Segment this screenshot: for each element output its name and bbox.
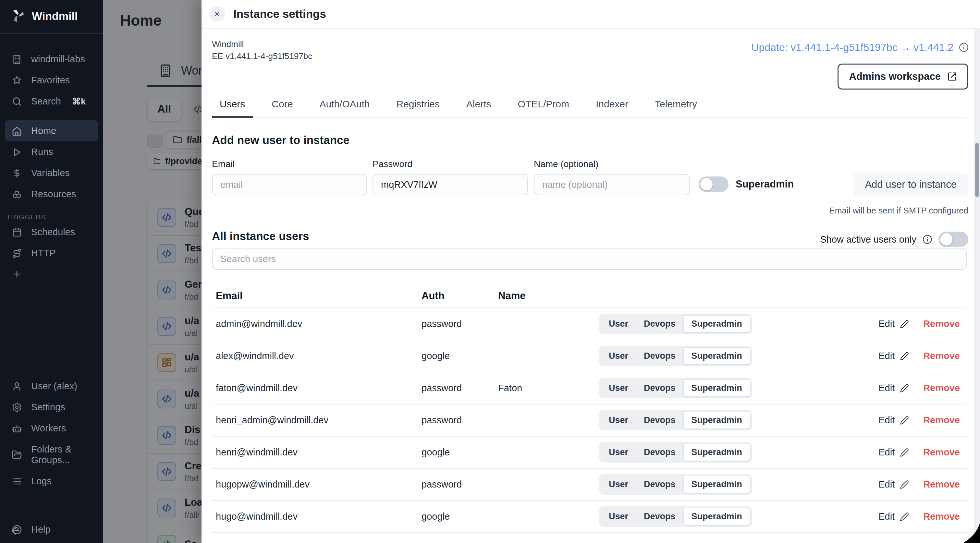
scrollbar-track[interactable] (974, 29, 980, 543)
sidebar-item-schedules[interactable]: Schedules (5, 222, 98, 243)
dollar-icon (12, 168, 22, 178)
role-option-superadmin[interactable]: Superadmin (683, 476, 750, 493)
sidebar-item-variables[interactable]: Variables (5, 162, 98, 184)
sidebar-bottom: User (alex) Settings Workers Folders & G… (0, 376, 103, 540)
sidebar-item-runs[interactable]: Runs (5, 141, 98, 162)
role-option-devops[interactable]: Devops (636, 348, 683, 364)
app-brand[interactable]: Windmill (0, 0, 103, 30)
edit-button[interactable]: Edit (878, 447, 909, 458)
sidebar-item-user[interactable]: User (alex) (5, 376, 98, 397)
role-option-superadmin[interactable]: Superadmin (683, 315, 750, 332)
sidebar-item-logs[interactable]: Logs (5, 471, 98, 492)
table-row: hugo@windmill.dev google User Devops Sup… (212, 500, 967, 532)
role-option-superadmin[interactable]: Superadmin (683, 508, 750, 525)
edit-label: Edit (878, 383, 895, 394)
search-users-input[interactable] (212, 248, 967, 270)
building-icon (12, 54, 22, 65)
sidebar-item-settings[interactable]: Settings (5, 397, 98, 418)
remove-button[interactable]: Remove (923, 511, 960, 522)
tab-telemetry[interactable]: Telemetry (647, 97, 705, 118)
pencil-icon (900, 480, 909, 489)
name-field[interactable] (534, 174, 690, 195)
search-shortcut: ⌘k (72, 96, 86, 107)
sidebar-item-search[interactable]: Search ⌘k (5, 91, 98, 112)
tab-indexer[interactable]: Indexer (588, 97, 636, 118)
email-field[interactable] (212, 174, 367, 195)
role-option-user[interactable]: User (601, 412, 636, 429)
role-option-devops[interactable]: Devops (636, 412, 683, 429)
list-icon (12, 476, 22, 487)
role-segmented-control: User Devops Superadmin (599, 506, 752, 527)
sidebar-item-workers[interactable]: Workers (5, 418, 98, 439)
version-text: EE v1.441.1-4-g51f5197bc (212, 50, 312, 62)
role-option-superadmin[interactable]: Superadmin (683, 379, 750, 397)
role-option-devops[interactable]: Devops (636, 508, 683, 525)
cell-auth: google (422, 511, 498, 522)
role-option-user[interactable]: User (601, 444, 636, 460)
role-option-user[interactable]: User (601, 316, 636, 332)
edit-button[interactable]: Edit (878, 415, 909, 426)
sidebar-item-workspace[interactable]: windmill-labs (5, 49, 98, 70)
edit-label: Edit (878, 479, 895, 490)
app-brand-label: Windmill (32, 10, 78, 22)
sidebar-item-favorites[interactable]: Favorites (5, 70, 98, 91)
tab-alerts[interactable]: Alerts (458, 97, 499, 118)
sidebar-item-http[interactable]: HTTP (5, 243, 98, 264)
remove-button[interactable]: Remove (923, 383, 960, 394)
update-info-icon[interactable] (959, 42, 969, 52)
role-option-devops[interactable]: Devops (636, 316, 683, 332)
gear-icon (12, 402, 22, 413)
role-option-devops[interactable]: Devops (636, 476, 683, 493)
sidebar-item-resources[interactable]: Resources (5, 184, 98, 205)
cell-auth: password (422, 415, 498, 426)
tab-core[interactable]: Core (264, 97, 301, 118)
admins-workspace-button[interactable]: Admins workspace (838, 64, 968, 89)
show-active-info-icon[interactable] (922, 234, 932, 245)
sidebar-item-label: Favorites (31, 75, 70, 86)
sidebar-item-label: Search (31, 96, 61, 107)
instance-settings-drawer: Instance settings Windmill EE v1.441.1-4… (202, 0, 980, 543)
folder-open-icon (12, 449, 22, 460)
sidebar-item-label: Runs (31, 147, 53, 157)
remove-button[interactable]: Remove (923, 479, 960, 490)
sidebar-item-home[interactable]: Home (5, 120, 98, 141)
tab-registries[interactable]: Registries (388, 97, 447, 118)
role-option-devops[interactable]: Devops (636, 380, 683, 396)
close-button[interactable] (209, 6, 225, 22)
tab-otel-prom[interactable]: OTEL/Prom (510, 97, 577, 118)
role-option-user[interactable]: User (601, 380, 636, 396)
show-active-toggle[interactable] (939, 232, 968, 247)
admins-workspace-label: Admins workspace (849, 71, 941, 83)
remove-button[interactable]: Remove (923, 319, 960, 329)
role-option-user[interactable]: User (601, 476, 636, 493)
add-user-button[interactable]: Add user to instance (853, 173, 968, 197)
role-option-superadmin[interactable]: Superadmin (683, 412, 750, 429)
column-header-name: Name (498, 290, 599, 302)
superadmin-toggle[interactable] (698, 176, 729, 192)
play-icon (12, 147, 22, 157)
password-field[interactable] (372, 174, 528, 195)
calendar-icon (12, 227, 22, 237)
sidebar-item-add-trigger[interactable] (5, 264, 98, 284)
update-version-link[interactable]: Update: v1.441.1-4-g51f5197bc → v1.441.2 (751, 41, 953, 54)
collapse-sidebar-icon[interactable] (10, 525, 21, 537)
edit-button[interactable]: Edit (878, 319, 909, 329)
close-icon (213, 10, 221, 18)
role-option-devops[interactable]: Devops (636, 444, 683, 460)
remove-button[interactable]: Remove (923, 447, 960, 458)
tab-auth-oauth[interactable]: Auth/OAuth (312, 97, 377, 118)
role-option-superadmin[interactable]: Superadmin (683, 348, 750, 365)
tab-users[interactable]: Users (212, 97, 253, 118)
role-option-user[interactable]: User (601, 508, 636, 525)
edit-button[interactable]: Edit (878, 351, 909, 361)
role-option-superadmin[interactable]: Superadmin (683, 444, 750, 461)
edit-button[interactable]: Edit (878, 383, 909, 394)
remove-button[interactable]: Remove (923, 415, 960, 426)
sidebar-item-folders-groups[interactable]: Folders & Groups... (5, 439, 98, 471)
scrollbar-thumb[interactable] (975, 143, 979, 197)
edit-button[interactable]: Edit (878, 511, 909, 522)
role-option-user[interactable]: User (601, 348, 636, 364)
table-row: henri@windmill.dev google User Devops Su… (212, 436, 967, 468)
edit-button[interactable]: Edit (878, 479, 909, 490)
remove-button[interactable]: Remove (923, 351, 960, 361)
